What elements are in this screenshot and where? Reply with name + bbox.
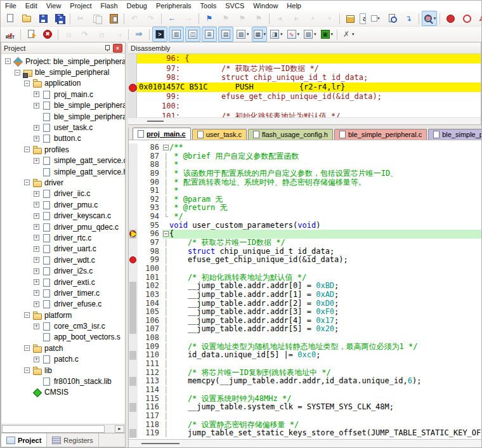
- tree-item[interactable]: −profiles: [1, 144, 125, 155]
- collapse-icon[interactable]: −: [24, 180, 30, 185]
- breakpoint-margin[interactable]: [129, 360, 138, 369]
- tree-item[interactable]: +driver_timer.c: [1, 287, 125, 298]
- tree-item[interactable]: +patch.c: [1, 354, 125, 365]
- code-line[interactable]: 109│ /* 设置地址类型为随机地址转静态地址类型，最高两位必须为1 */: [129, 343, 481, 352]
- expand-icon[interactable]: +: [34, 103, 39, 109]
- tree-item[interactable]: +driver_i2s.c: [1, 265, 125, 276]
- registers-window[interactable]: ≣: [202, 27, 217, 42]
- command-window[interactable]: >: [152, 27, 167, 42]
- toggle-breakpoint[interactable]: [443, 11, 458, 26]
- tree-item[interactable]: +driver_keyscan.c: [1, 210, 125, 221]
- editor-tab-ble-simple-perip[interactable]: ble_simple_perip: [428, 129, 481, 140]
- tree-item[interactable]: +driver_exti.c: [1, 277, 125, 287]
- code-line[interactable]: 88│ *: [129, 161, 481, 169]
- disassembly-window[interactable]: ▥: [169, 27, 184, 42]
- tree-item[interactable]: +ble_simple_peripheral.c: [1, 100, 125, 111]
- code-line[interactable]: 112│ /* 将芯片唯一ID复制到跳转表地址中 */: [129, 369, 481, 378]
- symbol-window[interactable]: ◫: [185, 27, 200, 42]
- tree-item[interactable]: app_boot_vectors.s: [1, 332, 125, 343]
- menu-project[interactable]: Project: [65, 1, 96, 10]
- redo[interactable]: ↷: [143, 11, 159, 26]
- collapse-icon[interactable]: −: [5, 58, 11, 64]
- serial-window[interactable]: ◨▾: [268, 27, 284, 42]
- enable-disable-breakpoint[interactable]: [459, 11, 474, 26]
- breakpoint-margin[interactable]: [129, 334, 138, 343]
- disassembly-line[interactable]: 98: struct chip_unique_id_t id_data;: [128, 73, 481, 82]
- breakpoint-margin[interactable]: [129, 221, 138, 230]
- breakpoint-margin[interactable]: [129, 421, 138, 430]
- expand-icon[interactable]: +: [34, 213, 39, 219]
- code-line[interactable]: 108│: [129, 334, 481, 343]
- breakpoint-margin[interactable]: [129, 169, 138, 178]
- breakpoint-margin[interactable]: [129, 412, 138, 421]
- tree-item[interactable]: +driver_iic.c: [1, 188, 125, 199]
- menu-flash[interactable]: Flash: [96, 1, 122, 10]
- code-line[interactable]: 105│ __jump_table.addr.addr[3] = 0xF0;: [129, 308, 481, 317]
- fold-collapse-icon[interactable]: −: [162, 230, 169, 239]
- watch-window[interactable]: ▧▾: [235, 27, 251, 42]
- breakpoint-margin[interactable]: [129, 377, 138, 386]
- insert-bookmark[interactable]: ⚑: [202, 11, 217, 26]
- code-line[interactable]: 103│ __jump_table.addr.addr[1] = 0xAD;: [129, 291, 481, 300]
- breakpoint-margin[interactable]: [129, 343, 138, 352]
- tree-item[interactable]: fr8010h_stack.lib: [1, 376, 125, 386]
- navigation-combo-dropdown[interactable]: ▾: [368, 11, 383, 26]
- collapse-icon[interactable]: −: [24, 345, 30, 351]
- step[interactable]: {↓}: [61, 27, 76, 42]
- code-line[interactable]: 91│ *: [129, 187, 481, 195]
- breakpoint-margin[interactable]: [129, 204, 138, 213]
- breakpoint-margin[interactable]: [129, 265, 138, 273]
- code-line[interactable]: 87│ * @brief 用户自定义参数配置函数: [129, 152, 481, 161]
- disassembly-hscrollbar[interactable]: [128, 117, 481, 124]
- expand-icon[interactable]: +: [34, 158, 39, 164]
- breakpoint-icon[interactable]: [129, 256, 136, 263]
- breakpoint-margin[interactable]: [129, 317, 138, 326]
- save-all[interactable]: [52, 11, 67, 26]
- editor-tab-ble-simple-peripheral-c[interactable]: ble_simple_peripheral.c: [334, 129, 427, 140]
- expand-icon[interactable]: +: [34, 257, 39, 263]
- tree-item[interactable]: −driver: [1, 177, 125, 188]
- next-bookmark[interactable]: ⚑: [235, 11, 250, 26]
- copy[interactable]: [89, 11, 105, 26]
- collapse-icon[interactable]: −: [15, 70, 20, 76]
- editor-tab-flash-usage-config-h[interactable]: flash_usage_config.h: [248, 129, 333, 140]
- breakpoint-margin[interactable]: [129, 195, 138, 204]
- breakpoint-margin[interactable]: [129, 256, 138, 265]
- cut[interactable]: ✂: [73, 11, 88, 26]
- disassembly-line[interactable]: 96: {: [128, 54, 481, 63]
- tree-item[interactable]: −platform: [1, 310, 125, 320]
- outdent[interactable]: ⇇: [289, 11, 304, 26]
- code-line[interactable]: 89│ * 该函数用于配置系统的用户自定义参数，包括设置芯片唯一ID、: [129, 169, 481, 178]
- code-line[interactable]: 111│: [129, 360, 481, 369]
- code-line[interactable]: 118│ /* 设置静态密钥存储偏移量 */: [129, 421, 481, 430]
- scrollbar-thumb[interactable]: [147, 121, 164, 122]
- tree-item[interactable]: +driver_pmu_qdec.c: [1, 221, 125, 232]
- breakpoint-margin[interactable]: [129, 213, 138, 221]
- code-line[interactable]: 113│ memcpy(__jump_table.addr.addr,id_da…: [129, 377, 481, 386]
- code-line[interactable]: 97│ /* 获取芯片唯一ID数据 */: [129, 239, 481, 247]
- function-navigator[interactable]: [342, 11, 358, 26]
- tree-item[interactable]: simple_gatt_service.h: [1, 166, 125, 177]
- tree-item[interactable]: −Project: ble_simple_peripheral: [1, 56, 125, 67]
- expand-icon[interactable]: +: [34, 224, 39, 230]
- scrollbar-thumb[interactable]: [2, 425, 105, 433]
- breakpoint-margin[interactable]: [129, 161, 138, 169]
- navigation-combo[interactable]: app_gap_evt_cb: [360, 13, 366, 24]
- code-line[interactable]: 98│ struct chip_unique_id_t id_data;: [129, 247, 481, 256]
- breakpoint-margin[interactable]: [129, 291, 138, 300]
- menu-svcs[interactable]: SVCS: [221, 1, 249, 10]
- new-file[interactable]: [3, 11, 18, 26]
- code-line[interactable]: 101│ /* 初始化跳转表地址为默认值 */: [129, 273, 481, 282]
- expand-icon[interactable]: +: [34, 279, 39, 285]
- code-line[interactable]: 102│ __jump_table.addr.addr[0] = 0xBD;: [129, 282, 481, 291]
- breakpoint-margin[interactable]: [129, 369, 138, 378]
- expand-icon[interactable]: +: [34, 268, 39, 274]
- find-in-files[interactable]: [384, 11, 400, 26]
- code-line[interactable]: 106│ __jump_table.addr.addr[4] = 0x17;: [129, 317, 481, 326]
- collapse-icon[interactable]: −: [24, 81, 30, 86]
- code-line[interactable]: 90│ * 配置跳转表地址、系统时钟、静态密钥存储偏移量等。: [129, 178, 481, 187]
- breakpoint-margin[interactable]: [129, 351, 138, 360]
- menu-tools[interactable]: Tools: [196, 1, 221, 10]
- menu-edit[interactable]: Edit: [21, 1, 42, 10]
- tree-item[interactable]: +driver_wdt.c: [1, 254, 125, 265]
